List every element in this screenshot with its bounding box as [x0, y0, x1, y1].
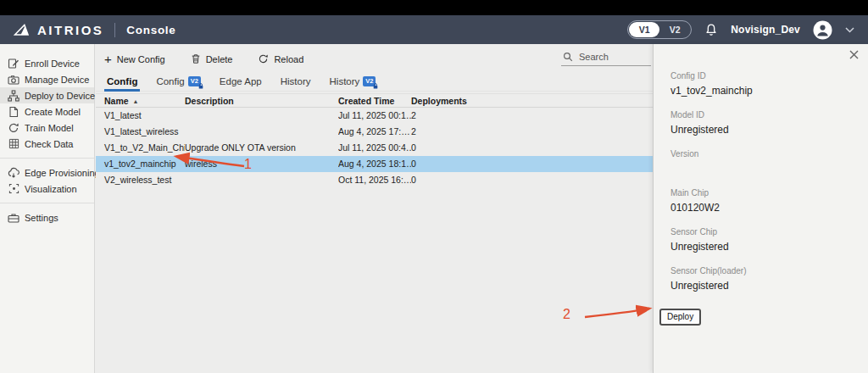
sort-asc-icon: ▲: [133, 98, 139, 104]
new-config-label: New Config: [117, 54, 165, 64]
sidebar-item-label: Visualization: [25, 184, 77, 194]
sidebar-item-check-data[interactable]: Check Data: [0, 136, 94, 152]
edge-provisioning-icon: [8, 167, 19, 179]
table-row[interactable]: V2_wireless_testOct 11, 2025 16:…0: [96, 172, 653, 188]
column-header-deployments[interactable]: Deployments: [411, 94, 487, 108]
table-row[interactable]: V1_latest_wirelessAug 4, 2025 17:…2: [96, 124, 653, 140]
lock-icon: [198, 83, 203, 89]
version-toggle[interactable]: V1 V2: [627, 20, 692, 39]
train-model-icon: [8, 122, 19, 134]
cell-name: V1_latest: [96, 108, 185, 124]
sidebar-item-train-model[interactable]: Train Model: [0, 120, 94, 136]
field-sensor-chip-loader: Sensor Chip(loader) Unregistered: [670, 266, 868, 305]
sidebar-item-label: Check Data: [25, 139, 73, 149]
sidebar-item-create-model[interactable]: Create Model: [0, 103, 94, 120]
cell-deployments: 0: [411, 172, 487, 188]
field-label: Main Chip: [670, 188, 868, 198]
cell-deployments: 0: [411, 156, 487, 172]
main-content: + New Config Delete Reload: [96, 44, 653, 373]
tab-label: Config: [156, 76, 184, 86]
table-header-row: Name▲ Description Created Time Deploymen…: [96, 94, 653, 108]
cell-name: V1_latest_wireless: [96, 124, 185, 140]
sidebar-item-manage-device[interactable]: Manage Device: [0, 71, 94, 87]
product-name: Console: [126, 24, 175, 36]
field-version: Version: [670, 149, 868, 188]
trash-icon: [191, 53, 201, 64]
tab-edge-app[interactable]: Edge App: [210, 72, 271, 91]
toggle-v1[interactable]: V1: [629, 22, 659, 37]
tab-config-v2[interactable]: Config V2: [147, 72, 209, 91]
sidebar-item-label: Edge Provisioning: [25, 168, 100, 178]
sidebar: Enroll Device Manage Device Deploy to De…: [0, 44, 95, 373]
sidebar-item-settings[interactable]: Settings: [0, 209, 94, 225]
field-value: Unregistered: [670, 124, 868, 136]
cell-spacer: [487, 156, 653, 172]
field-value: 010120W2: [670, 202, 868, 214]
field-sensor-chip: Sensor Chip Unregistered: [670, 227, 868, 266]
cell-description: Upgrade ONLY OTA version: [185, 140, 338, 156]
notifications-bell-icon[interactable]: [704, 23, 718, 37]
toggle-v2[interactable]: V2: [659, 22, 690, 37]
search-input[interactable]: Search: [561, 49, 651, 66]
cell-created-time: Oct 11, 2025 16:…: [338, 172, 411, 188]
sidebar-item-enroll-device[interactable]: Enroll Device: [0, 55, 94, 71]
cell-spacer: [487, 124, 653, 140]
cell-description: [185, 124, 338, 140]
cell-description: [185, 108, 338, 124]
sidebar-item-visualization[interactable]: Visualization: [0, 181, 94, 197]
tab-label: History: [330, 76, 360, 86]
v2-badge: V2: [188, 76, 201, 86]
column-header-name[interactable]: Name▲: [96, 94, 185, 108]
lock-icon: [373, 83, 378, 89]
search-placeholder: Search: [579, 52, 609, 62]
field-label: Version: [670, 149, 868, 159]
deploy-button[interactable]: Deploy: [659, 309, 701, 326]
sidebar-item-deploy-to-device[interactable]: Deploy to Device: [0, 87, 94, 103]
sidebar-item-label: Manage Device: [25, 75, 89, 85]
sidebar-divider: [0, 203, 94, 203]
table-row[interactable]: V1_latestJul 11, 2025 00:1…2: [96, 108, 653, 124]
field-value: Unregistered: [670, 241, 868, 253]
tab-history[interactable]: History: [271, 72, 320, 91]
field-label: Sensor Chip(loader): [670, 266, 868, 276]
tab-label: History: [281, 76, 311, 86]
column-header-created-time[interactable]: Created Time: [338, 94, 411, 108]
settings-icon: [8, 212, 19, 224]
config-table: Name▲ Description Created Time Deploymen…: [96, 93, 653, 188]
deploy-to-device-icon: [8, 90, 19, 102]
user-name[interactable]: Novisign_Dev: [731, 24, 800, 36]
table-row[interactable]: V1_to_V2_Main_ChipUpgrade ONLY OTA versi…: [96, 140, 653, 156]
new-config-button[interactable]: + New Config: [104, 54, 165, 64]
field-main-chip: Main Chip 010120W2: [670, 188, 868, 227]
user-menu-chevron-down-icon[interactable]: [845, 27, 854, 33]
reload-button[interactable]: Reload: [258, 53, 303, 64]
cell-spacer: [487, 108, 653, 124]
sidebar-item-label: Enroll Device: [25, 58, 80, 69]
cell-description: wireless: [185, 156, 338, 172]
brand-name: AITRIOS: [37, 23, 103, 37]
cell-deployments: 2: [411, 124, 487, 140]
create-model-icon: [8, 106, 19, 118]
check-data-icon: [8, 138, 19, 149]
delete-button[interactable]: Delete: [191, 53, 233, 64]
cell-name: V2_wireless_test: [96, 172, 185, 188]
aitrios-logo-icon: [14, 23, 30, 36]
tab-config-v1[interactable]: Config: [97, 72, 147, 91]
field-label: Config ID: [670, 71, 868, 81]
tab-history-v2[interactable]: History V2: [320, 72, 386, 91]
v2-badge: V2: [363, 76, 376, 86]
avatar[interactable]: [813, 20, 832, 40]
close-icon[interactable]: [849, 50, 859, 59]
cell-created-time: Jul 11, 2025 00:4…: [338, 140, 411, 156]
field-config-id: Config ID v1_tov2_mainchip: [670, 71, 868, 110]
table-row[interactable]: v1_tov2_mainchipwirelessAug 4, 2025 18:1…: [96, 156, 653, 172]
sidebar-item-edge-provisioning[interactable]: Edge Provisioning: [0, 164, 94, 181]
column-header-description[interactable]: Description: [185, 94, 338, 108]
cell-spacer: [487, 140, 653, 156]
field-value: v1_tov2_mainchip: [670, 85, 868, 97]
delete-label: Delete: [206, 54, 233, 64]
tab-bar: Config Config V2 Edge App History Histor…: [96, 72, 653, 92]
manage-device-icon: [8, 74, 19, 86]
app-header: AITRIOS Console V1 V2 Novisign_Dev: [0, 15, 868, 44]
sidebar-divider: [0, 158, 94, 159]
